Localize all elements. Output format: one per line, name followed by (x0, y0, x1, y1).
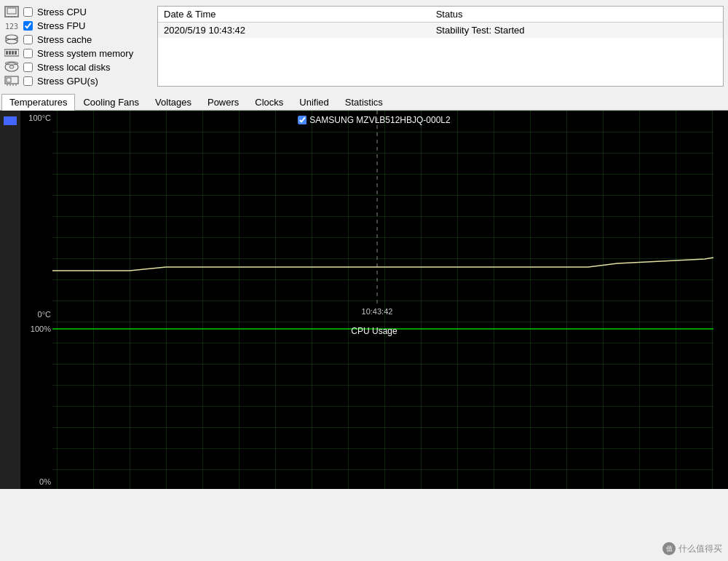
log-table: Date & Time Status 2020/5/19 10:43:42 St… (157, 6, 724, 87)
svg-point-16 (9, 65, 14, 68)
svg-rect-25 (52, 111, 713, 322)
stress-disks-checkbox[interactable] (23, 63, 33, 72)
tab-statistics[interactable]: Statistics (337, 94, 391, 110)
tab-powers[interactable]: Powers (199, 94, 247, 110)
cpu-chart-svg (20, 322, 728, 489)
stress-cpu-label: Stress CPU (37, 7, 87, 17)
cpu-chart-title: CPU Usage (351, 326, 397, 336)
sidebar-strip (0, 111, 20, 489)
svg-point-15 (5, 63, 18, 71)
fpu-icon: 123 (4, 20, 19, 31)
tab-cooling-fans[interactable]: Cooling Fans (75, 94, 147, 110)
temp-chart-title: SAMSUNG MZVLB512HBJQ-000L2 (298, 115, 450, 125)
log-status: Stability Test: Started (430, 23, 723, 39)
cpu-chart-title-text: CPU Usage (351, 326, 397, 336)
tab-unified[interactable]: Unified (291, 94, 336, 110)
svg-rect-11 (6, 51, 8, 55)
stress-fpu-checkbox[interactable] (23, 21, 33, 31)
chart-columns: SAMSUNG MZVLB512HBJQ-000L2 100°C 0°C (20, 111, 728, 489)
svg-point-6 (6, 35, 17, 39)
svg-rect-13 (12, 51, 14, 55)
stress-cache-label: Stress cache (37, 34, 92, 45)
svg-rect-26 (52, 322, 713, 489)
stress-cache-checkbox[interactable] (23, 35, 33, 44)
temp-chart-checkbox[interactable] (298, 116, 306, 124)
stress-gpu-label: Stress GPU(s) (37, 76, 98, 87)
temp-chart-svg: 10:43:42 (20, 111, 728, 322)
stress-gpu-checkbox[interactable] (23, 76, 33, 86)
cpu-icon (4, 6, 19, 17)
temp-x-label: 10:43:42 (362, 307, 393, 316)
cpu-chart: CPU Usage 100% 0% (20, 322, 728, 489)
watermark: 值 什么值得买 (662, 542, 722, 555)
stress-cache-item: Stress cache (4, 33, 150, 45)
log-datetime: 2020/5/19 10:43:42 (158, 23, 430, 39)
sidebar-color-block (4, 116, 17, 125)
stress-cpu-checkbox[interactable] (23, 7, 33, 17)
col-datetime: Date & Time (158, 7, 430, 23)
top-panel: Stress CPU 123 Stress FPU (0, 0, 728, 92)
stress-memory-checkbox[interactable] (23, 49, 33, 58)
svg-text:123: 123 (5, 23, 18, 31)
stress-memory-label: Stress system memory (37, 48, 133, 59)
watermark-text: 什么值得买 (678, 543, 722, 555)
temp-chart-title-text: SAMSUNG MZVLB512HBJQ-000L2 (309, 115, 450, 125)
svg-point-9 (6, 39, 17, 44)
stress-gpu-item: Stress GPU(s) (4, 75, 150, 87)
log-row-1: 2020/5/19 10:43:42 Stability Test: Start… (158, 23, 723, 39)
stress-fpu-item: 123 Stress FPU (4, 20, 150, 31)
svg-rect-14 (15, 51, 17, 55)
temp-chart: SAMSUNG MZVLB512HBJQ-000L2 100°C 0°C (20, 111, 728, 322)
svg-rect-19 (7, 78, 11, 82)
disk-icon (4, 61, 19, 73)
tab-voltages[interactable]: Voltages (147, 94, 199, 110)
tabs-bar: Temperatures Cooling Fans Voltages Power… (0, 92, 728, 111)
memory-icon (4, 47, 19, 59)
cache-icon (4, 33, 19, 45)
charts-area: SAMSUNG MZVLB512HBJQ-000L2 100°C 0°C (0, 111, 728, 489)
stress-options-list: Stress CPU 123 Stress FPU (4, 6, 150, 87)
gpu-icon (4, 75, 19, 87)
svg-rect-12 (9, 51, 11, 55)
tab-temperatures[interactable]: Temperatures (1, 94, 75, 111)
stress-cpu-item: Stress CPU (4, 6, 150, 17)
stress-memory-item: Stress system memory (4, 47, 150, 59)
tab-clocks[interactable]: Clocks (247, 94, 291, 110)
stress-disks-item: Stress local disks (4, 61, 150, 73)
stress-disks-label: Stress local disks (37, 62, 110, 73)
watermark-icon: 值 (662, 542, 676, 555)
col-status: Status (430, 7, 723, 23)
svg-rect-1 (7, 8, 16, 14)
stress-fpu-label: Stress FPU (37, 20, 85, 31)
